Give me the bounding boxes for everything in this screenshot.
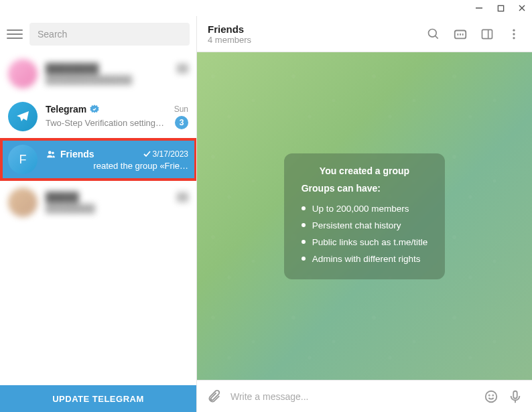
search-field[interactable]	[38, 29, 182, 40]
chat-date: 3/17/2023	[143, 149, 188, 159]
svg-point-15	[513, 33, 515, 35]
voice-icon[interactable]	[508, 389, 523, 404]
chat-header: Friends 4 members	[197, 16, 532, 52]
chat-name: Friends	[46, 149, 94, 159]
svg-point-4	[48, 151, 52, 154]
message-input[interactable]	[230, 381, 474, 412]
svg-point-18	[489, 395, 490, 395]
menu-button[interactable]	[7, 26, 23, 42]
info-card-bullet: Up to 200,000 members	[302, 200, 428, 217]
minimize-button[interactable]	[474, 3, 484, 13]
svg-point-17	[486, 391, 497, 402]
svg-point-6	[429, 29, 437, 37]
chat-background: You created a group Groups can have: Up …	[197, 52, 532, 380]
info-card-bullet: Public links such as t.me/title	[302, 234, 428, 251]
video-chat-icon[interactable]	[453, 27, 468, 42]
svg-point-5	[52, 151, 54, 154]
search-input[interactable]	[29, 23, 190, 46]
info-card-bullet: Persistent chat history	[302, 217, 428, 234]
svg-point-14	[513, 29, 515, 31]
info-card-list: Up to 200,000 members Persistent chat hi…	[302, 200, 428, 267]
maximize-button[interactable]	[496, 3, 505, 13]
svg-point-16	[513, 37, 515, 39]
chat-item[interactable]: ███████ ████████	[0, 181, 196, 224]
chat-preview: Two-Step Verification setting…	[46, 118, 175, 128]
chat-item[interactable]: ██████████ ██████████████	[0, 52, 196, 95]
sidebar: ██████████ ██████████████ Telegram Sun	[0, 16, 197, 412]
chat-preview: reated the group «Frie…	[46, 161, 188, 171]
search-icon[interactable]	[426, 27, 441, 42]
svg-rect-1	[498, 5, 503, 11]
info-card-title: You created a group	[302, 165, 428, 176]
svg-rect-20	[513, 391, 517, 398]
chat-item-friends[interactable]: F Friends 3/17/2023 reated the group «Fr…	[0, 138, 196, 181]
verified-icon	[89, 104, 100, 115]
chat-date: Sun	[174, 105, 188, 114]
check-icon	[143, 151, 151, 157]
window-titlebar	[0, 0, 532, 16]
header-title: Friends	[208, 23, 426, 35]
sidebar-toggle-icon[interactable]	[480, 27, 494, 42]
chat-item-telegram[interactable]: Telegram Sun Two-Step Verification setti…	[0, 95, 196, 138]
close-button[interactable]	[517, 3, 527, 13]
svg-rect-12	[482, 29, 492, 38]
header-info[interactable]: Friends 4 members	[208, 23, 426, 45]
unread-badge: 3	[175, 116, 188, 129]
telegram-avatar	[8, 102, 38, 131]
avatar	[8, 188, 38, 217]
update-telegram-button[interactable]: UPDATE TELEGRAM	[0, 385, 196, 412]
emoji-icon[interactable]	[484, 389, 498, 404]
group-info-card: You created a group Groups can have: Up …	[284, 153, 446, 279]
more-icon[interactable]	[507, 27, 521, 42]
group-icon	[46, 149, 56, 159]
main-panel: Friends 4 members You created a group Gr…	[197, 16, 532, 412]
svg-point-19	[492, 395, 493, 395]
attach-icon[interactable]	[206, 389, 221, 404]
message-composer	[197, 380, 532, 412]
info-card-subtitle: Groups can have:	[302, 183, 428, 194]
svg-line-7	[436, 36, 438, 38]
header-subtitle: 4 members	[208, 35, 426, 45]
friends-avatar: F	[8, 145, 38, 174]
chat-name: Telegram	[46, 104, 100, 115]
avatar	[8, 59, 38, 88]
info-card-bullet: Admins with different rights	[302, 251, 428, 267]
chat-list: ██████████ ██████████████ Telegram Sun	[0, 52, 196, 385]
